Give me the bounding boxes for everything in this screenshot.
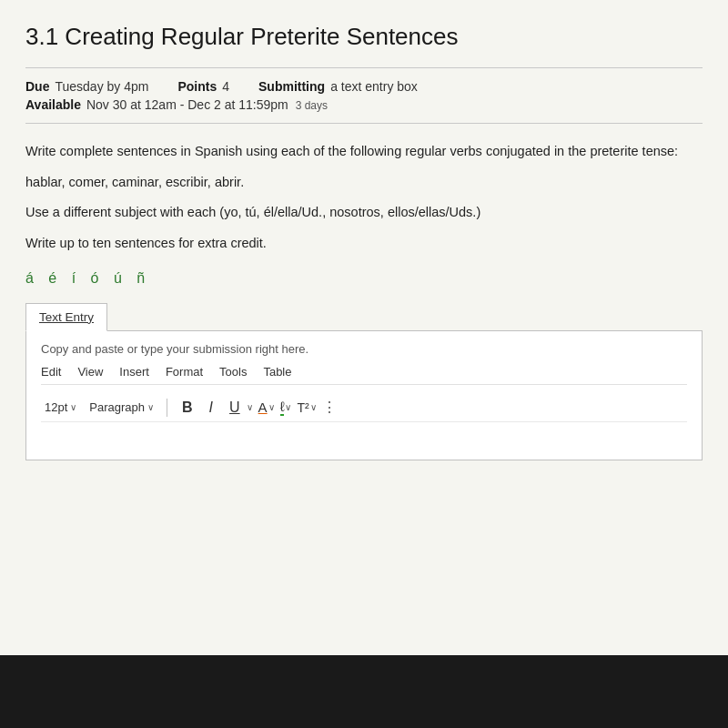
dark-bottom-bar: [0, 655, 728, 728]
instruction-4: Write up to ten sentences for extra cred…: [25, 234, 703, 254]
editor-menubar: Edit View Insert Format Tools Table: [41, 365, 687, 385]
bold-button[interactable]: B: [177, 398, 198, 418]
highlight-arrow: ∨: [285, 402, 291, 412]
meta-row-2: Available Nov 30 at 12am - Dec 2 at 11:5…: [25, 97, 703, 112]
toolbar-row: 12pt ∨ Paragraph ∨ B I U ∨ A ∨ ℓ ∨: [41, 392, 687, 418]
points-label: Points: [177, 79, 217, 94]
text-color-arrow: ∨: [268, 402, 275, 412]
divider-bottom: [25, 123, 703, 124]
points-item: Points 4: [177, 79, 229, 94]
tabs-container: Text Entry: [25, 303, 703, 331]
instruction-1: Write complete sentences in Spanish usin…: [25, 142, 703, 162]
paragraph-value: Paragraph: [89, 400, 145, 414]
editor-hint: Copy and paste or type your submission r…: [41, 342, 687, 356]
page-title: 3.1 Creating Regular Preterite Sentences: [25, 22, 703, 53]
due-label: Due: [25, 79, 49, 94]
menu-table[interactable]: Table: [263, 365, 291, 379]
toolbar-divider-1: [167, 399, 167, 417]
menu-insert[interactable]: Insert: [119, 365, 149, 379]
submitting-value: a text entry box: [330, 79, 418, 94]
superscript-button-group[interactable]: T² ∨: [297, 400, 316, 415]
submitting-label: Submitting: [258, 79, 325, 94]
special-characters: á é í ó ú ñ: [25, 270, 703, 287]
instructions-section: Write complete sentences in Spanish usin…: [25, 142, 703, 254]
main-content: 3.1 Creating Regular Preterite Sentences…: [0, 0, 728, 655]
instruction-2: hablar, comer, caminar, escribir, abrir.: [25, 173, 703, 193]
days-note: 3 days: [296, 99, 328, 112]
editor-container: Copy and paste or type your submission r…: [25, 331, 703, 460]
tab-text-entry[interactable]: Text Entry: [25, 303, 107, 331]
menu-view[interactable]: View: [77, 365, 103, 379]
italic-button[interactable]: I: [204, 398, 218, 418]
meta-section: Due Tuesday by 4pm Points 4 Submitting a…: [25, 79, 703, 112]
superscript-button: T²: [297, 400, 308, 415]
points-value: 4: [222, 79, 229, 94]
available-label: Available: [25, 97, 81, 112]
available-item: Available Nov 30 at 12am - Dec 2 at 11:5…: [25, 97, 328, 112]
menu-edit[interactable]: Edit: [41, 365, 61, 379]
font-size-select[interactable]: 12pt ∨: [41, 399, 80, 416]
divider-top: [25, 67, 703, 68]
menu-format[interactable]: Format: [166, 365, 203, 379]
underline-button-group[interactable]: U ∨: [224, 398, 253, 418]
due-item: Due Tuesday by 4pm: [25, 79, 148, 94]
paragraph-select[interactable]: Paragraph ∨: [86, 399, 157, 416]
meta-row-1: Due Tuesday by 4pm Points 4 Submitting a…: [25, 79, 703, 94]
underline-button: U: [224, 398, 246, 418]
menu-tools[interactable]: Tools: [219, 365, 247, 379]
text-color-button-group[interactable]: A ∨: [258, 399, 275, 415]
highlight-button-group[interactable]: ℓ ∨: [280, 399, 292, 416]
instruction-3: Use a different subject with each (yo, t…: [25, 203, 703, 223]
available-value: Nov 30 at 12am - Dec 2 at 11:59pm 3 days: [86, 97, 328, 112]
highlight-button: ℓ: [280, 399, 285, 416]
due-value: Tuesday by 4pm: [55, 79, 148, 94]
editor-text-area[interactable]: [41, 421, 687, 449]
paragraph-chevron: ∨: [147, 402, 154, 412]
font-size-chevron: ∨: [70, 402, 76, 412]
underline-arrow: ∨: [247, 402, 253, 412]
submitting-item: Submitting a text entry box: [258, 79, 418, 94]
more-options-button[interactable]: ⋮: [322, 399, 337, 416]
font-size-value: 12pt: [45, 400, 67, 414]
superscript-arrow: ∨: [310, 402, 317, 412]
text-color-button: A: [258, 399, 268, 415]
